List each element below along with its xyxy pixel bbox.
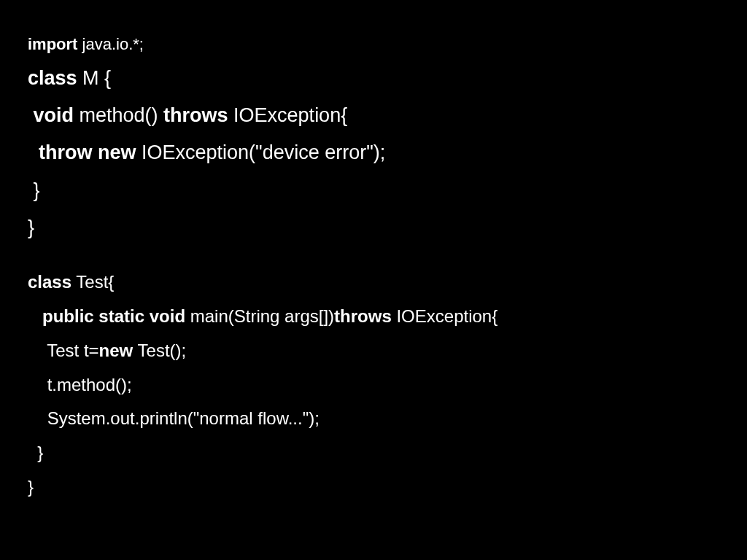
keyword: import — [28, 35, 77, 53]
keyword: class — [28, 67, 77, 89]
code-text: Test(); — [133, 341, 186, 360]
code-block-2: class Test{ public static void main(Stri… — [28, 265, 719, 505]
code-text: Test{ — [71, 272, 114, 292]
keyword: new — [99, 341, 133, 360]
keyword: class — [28, 272, 71, 292]
code-text: java.io.*; — [77, 35, 144, 53]
code-line: Test t=new Test(); — [28, 334, 719, 368]
code-text: t.method(); — [28, 375, 132, 394]
code-line: t.method(); — [28, 368, 719, 402]
keyword: void — [28, 104, 74, 126]
code-line: void method() throws IOException{ — [28, 97, 719, 134]
code-line: } — [28, 172, 719, 209]
code-line: throw new IOException("device error"); — [28, 134, 719, 171]
keyword: throw new — [28, 141, 136, 163]
code-line: } — [28, 436, 719, 470]
code-text: } — [28, 217, 34, 238]
code-text: IOException("device error"); — [136, 141, 386, 163]
code-line: } — [28, 470, 719, 505]
code-line: class Test{ — [28, 265, 719, 300]
code-line: System.out.println("normal flow..."); — [28, 402, 719, 436]
keyword: throws — [334, 306, 392, 326]
code-text: Test t= — [28, 341, 99, 360]
code-text: main(String args[]) — [185, 306, 334, 326]
code-line: class M { — [28, 60, 719, 97]
code-block-1: import java.io.*; class M { void method(… — [28, 29, 719, 246]
code-text: M { — [77, 67, 112, 89]
code-text: method() — [74, 104, 163, 126]
code-text: IOException{ — [392, 306, 498, 326]
code-text: } — [28, 477, 34, 497]
keyword: throws — [163, 104, 228, 126]
code-text: } — [28, 179, 40, 201]
keyword: public static void — [28, 306, 185, 326]
code-line: import java.io.*; — [28, 29, 719, 60]
code-line: } — [28, 209, 719, 246]
code-line: public static void main(String args[])th… — [28, 300, 719, 334]
code-text: System.out.println("normal flow..."); — [28, 408, 320, 428]
code-text: IOException{ — [228, 104, 348, 126]
code-slide: import java.io.*; class M { void method(… — [0, 0, 747, 534]
code-text: } — [28, 443, 43, 462]
